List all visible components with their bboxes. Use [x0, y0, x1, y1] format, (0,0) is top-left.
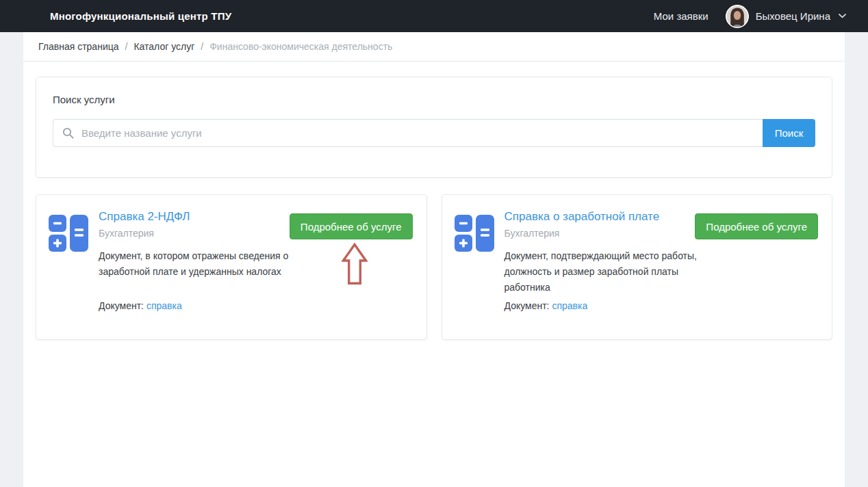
service-description: Документ, в котором отражены сведения о …: [99, 248, 301, 296]
top-navbar: Многофункциональный центр ТПУ Мои заявки…: [0, 0, 868, 32]
service-card-body: Справка о заработной плате Бухгалтерия Д…: [505, 210, 707, 311]
document-link[interactable]: справка: [552, 300, 587, 311]
details-button[interactable]: Подробнее об услуге: [290, 213, 413, 239]
breadcrumb-separator: /: [201, 41, 203, 52]
document-line: Документ: справка: [99, 300, 301, 311]
user-name: Быховец Ирина: [756, 10, 830, 22]
search-button[interactable]: Поиск: [763, 119, 815, 147]
breadcrumb-home-link[interactable]: Главная страница: [38, 41, 119, 52]
service-description: Документ, подтверждающий место работы, д…: [505, 248, 707, 296]
document-label: Документ:: [99, 300, 144, 311]
service-title-link[interactable]: Справка о заработной плате: [505, 210, 660, 224]
service-card: Справка 2-НДФЛ Бухгалтерия Документ, в к…: [36, 194, 427, 340]
calculator-icon: [455, 215, 494, 252]
brand-title[interactable]: Многофункциональный центр ТПУ: [50, 10, 231, 22]
main-content: Поиск услуги Поиск: [23, 62, 845, 340]
service-card: Справка о заработной плате Бухгалтерия Д…: [442, 194, 833, 340]
service-category: Бухгалтерия: [505, 228, 707, 239]
services-row: Справка 2-НДФЛ Бухгалтерия Документ, в к…: [36, 194, 832, 340]
service-category: Бухгалтерия: [99, 228, 301, 239]
breadcrumb-current: Финансово-экономическая деятельность: [209, 41, 392, 52]
breadcrumb-catalog-link[interactable]: Каталог услуг: [133, 41, 194, 52]
user-menu[interactable]: Быховец Ирина: [726, 5, 846, 28]
search-input-group: Поиск: [53, 119, 815, 147]
service-title-link[interactable]: Справка 2-НДФЛ: [99, 210, 190, 224]
search-card: Поиск услуги Поиск: [36, 77, 832, 178]
document-line: Документ: справка: [505, 300, 707, 311]
document-link[interactable]: справка: [146, 300, 182, 311]
annotation-arrow-icon: [342, 243, 368, 285]
breadcrumb: Главная страница / Каталог услуг / Финан…: [38, 41, 392, 52]
page-column: Главная страница / Каталог услуг / Финан…: [23, 32, 845, 487]
avatar: [726, 5, 749, 28]
search-input[interactable]: [53, 119, 763, 147]
document-label: Документ:: [505, 300, 550, 311]
top-navbar-inner: Многофункциональный центр ТПУ Мои заявки…: [0, 0, 868, 32]
breadcrumb-bar: Главная страница / Каталог услуг / Финан…: [23, 32, 845, 62]
my-requests-link[interactable]: Мои заявки: [654, 10, 709, 22]
navbar-right: Мои заявки Быховец Ирина: [654, 5, 846, 28]
search-card-title: Поиск услуги: [53, 94, 815, 105]
service-card-body: Справка 2-НДФЛ Бухгалтерия Документ, в к…: [99, 210, 301, 311]
breadcrumb-separator: /: [125, 41, 128, 52]
details-button[interactable]: Подробнее об услуге: [695, 213, 818, 239]
chevron-down-icon: [839, 14, 846, 18]
calculator-icon: [49, 215, 88, 252]
